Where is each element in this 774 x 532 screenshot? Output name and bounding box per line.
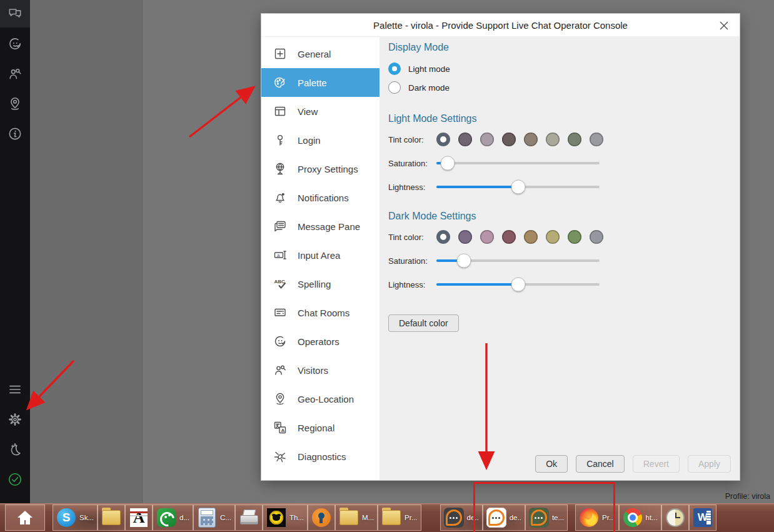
spellcheck-icon: ABC — [273, 276, 288, 291]
dark-saturation-slider[interactable] — [436, 254, 600, 268]
taskbar: S Sk... A d... C... Th... M... Pr... de.… — [0, 503, 774, 532]
default-color-button[interactable]: Default color — [388, 314, 459, 332]
tint-swatch[interactable] — [546, 133, 560, 146]
taskbar-item-firefox[interactable]: Pr... — [575, 504, 618, 531]
slider-thumb[interactable] — [511, 180, 525, 194]
nav-item-operators[interactable]: Operators — [261, 327, 379, 356]
taskbar-item-folder-pr[interactable]: Pr... — [378, 504, 421, 531]
sidebar-item-visitors[interactable] — [0, 60, 30, 88]
svg-text:a: a — [277, 253, 280, 258]
tint-swatch[interactable] — [458, 230, 472, 244]
tint-swatch[interactable] — [568, 133, 581, 146]
nav-item-proxy-settings[interactable]: Proxy Settings — [261, 154, 379, 183]
light-mode-radio[interactable] — [388, 63, 401, 75]
nav-item-login[interactable]: Login — [261, 126, 379, 154]
display-mode-heading: Display Mode — [388, 42, 740, 53]
sidebar-item-status[interactable] — [0, 466, 30, 493]
message-pane-icon — [273, 219, 288, 234]
nav-item-input-area[interactable]: a Input Area — [261, 241, 379, 269]
dark-mode-radio[interactable] — [388, 81, 401, 94]
tint-swatch[interactable] — [524, 133, 538, 146]
apply-button[interactable]: Apply — [688, 455, 731, 473]
sidebar-item-menu[interactable] — [0, 376, 30, 403]
home-icon — [15, 508, 35, 528]
taskbar-item-folder-m[interactable]: M... — [335, 504, 378, 531]
light-lightness-label: Lightness: — [388, 183, 436, 192]
nav-item-message-pane[interactable]: Message Pane — [261, 212, 379, 241]
nav-item-palette[interactable]: Palette — [261, 68, 379, 97]
taskbar-item-printer[interactable] — [235, 504, 263, 531]
tint-swatch[interactable] — [480, 230, 494, 244]
sidebar-item-geo-location[interactable] — [0, 90, 30, 118]
tint-swatch[interactable] — [458, 133, 472, 146]
sidebar-item-info[interactable] — [0, 120, 30, 148]
taskbar-item-clock[interactable] — [661, 504, 689, 531]
cancel-button[interactable]: Cancel — [576, 455, 625, 473]
taskbar-item-word[interactable]: W — [689, 504, 716, 531]
nav-item-general[interactable]: General — [261, 39, 379, 68]
chat-app-green-icon — [529, 508, 549, 528]
tint-swatch[interactable] — [502, 230, 516, 244]
tint-swatch[interactable] — [590, 230, 603, 244]
dark-mode-radio-row[interactable]: Dark mode — [388, 78, 740, 97]
tint-swatch[interactable] — [590, 133, 603, 146]
taskbar-item-file-explorer[interactable] — [98, 504, 125, 531]
operator-headset-icon — [7, 36, 23, 52]
ok-button[interactable]: Ok — [535, 455, 568, 473]
settings-dialog: Palette - virola - Provide Support Live … — [261, 14, 740, 480]
taskbar-item-openvpn[interactable] — [308, 504, 335, 531]
nav-item-geo-location[interactable]: Geo-Location — [261, 384, 379, 413]
light-mode-radio-row[interactable]: Light mode — [388, 59, 740, 78]
dialog-titlebar: Palette - virola - Provide Support Live … — [261, 14, 740, 37]
taskbar-item-chat-dark[interactable]: de.. — [440, 504, 483, 531]
light-tint-label: Tint color: — [388, 135, 436, 144]
taskbar-home-button[interactable] — [5, 504, 45, 531]
dark-lightness-slider[interactable] — [436, 278, 600, 291]
printer-icon — [239, 509, 258, 526]
nav-item-chat-rooms[interactable]: Chat Rooms — [261, 298, 379, 327]
tint-swatch[interactable] — [502, 133, 516, 146]
taskbar-item-calculator[interactable]: C... — [193, 504, 235, 531]
slider-thumb[interactable] — [511, 278, 525, 292]
visitors-icon — [273, 363, 288, 378]
chrome-icon — [623, 508, 642, 527]
sidebar-item-chats[interactable] — [0, 0, 30, 28]
light-saturation-slider[interactable] — [436, 156, 600, 170]
light-lightness-slider[interactable] — [436, 180, 600, 194]
layout-icon — [273, 104, 288, 119]
tint-swatch-selected[interactable] — [436, 133, 450, 146]
info-icon — [7, 126, 23, 142]
palette-icon — [273, 75, 288, 90]
chat-app-white-icon — [486, 508, 506, 528]
tint-swatch[interactable] — [524, 230, 538, 244]
slider-thumb[interactable] — [441, 156, 455, 171]
sidebar-item-operator[interactable] — [0, 30, 30, 58]
taskbar-item-skype[interactable]: S Sk... — [53, 504, 98, 531]
nav-item-diagnostics[interactable]: Diagnostics — [261, 442, 379, 471]
nav-item-spelling[interactable]: ABC Spelling — [261, 269, 379, 298]
taskbar-item-chat-green[interactable]: te... — [525, 504, 568, 531]
nav-item-view[interactable]: View — [261, 97, 379, 126]
taskbar-item-font-app[interactable]: A — [125, 504, 153, 531]
tint-swatch-selected[interactable] — [436, 230, 450, 244]
revert-button[interactable]: Revert — [633, 455, 680, 473]
dark-lightness-label: Lightness: — [388, 280, 436, 289]
status-available-check-icon — [7, 471, 23, 488]
slider-thumb[interactable] — [457, 254, 471, 268]
nav-item-regional[interactable]: A Regional — [261, 413, 379, 442]
nav-item-notifications[interactable]: Notifications — [261, 183, 379, 212]
close-icon[interactable] — [717, 19, 731, 33]
tint-swatch[interactable] — [546, 230, 560, 244]
taskbar-item-green-app[interactable]: d... — [153, 504, 193, 531]
light-mode-settings-heading: Light Mode Settings — [388, 113, 740, 124]
skype-icon: S — [57, 508, 76, 527]
key-icon — [273, 133, 288, 148]
tint-swatch[interactable] — [568, 230, 581, 244]
sidebar-item-settings[interactable] — [0, 406, 30, 433]
nav-item-visitors[interactable]: Visitors — [261, 356, 379, 384]
sidebar-item-dark-mode[interactable] — [0, 436, 30, 463]
taskbar-item-chat-white[interactable]: de.. — [483, 504, 525, 531]
taskbar-item-chrome[interactable]: ht... — [619, 504, 661, 531]
taskbar-item-cat-app[interactable]: Th... — [263, 504, 308, 531]
tint-swatch[interactable] — [480, 133, 494, 146]
